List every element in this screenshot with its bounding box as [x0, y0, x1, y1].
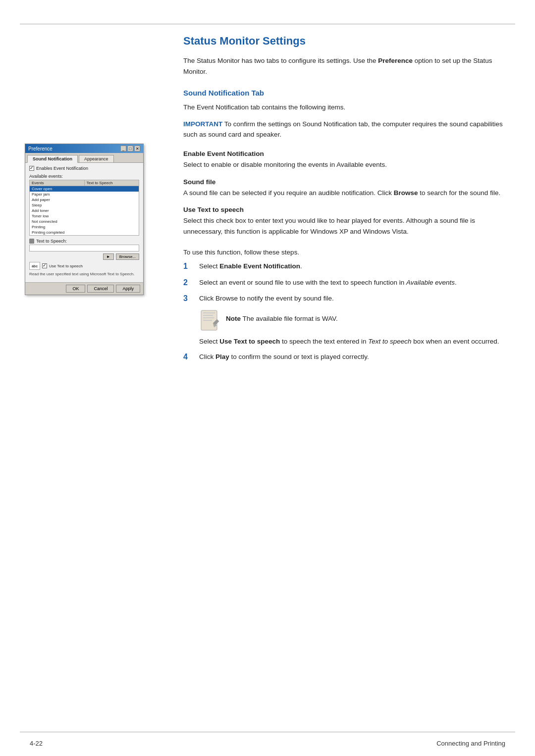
tab-appearance[interactable]: Appearance: [79, 155, 114, 162]
step-4-list: 4 Click Play to confirm the sound or tex…: [183, 352, 505, 362]
minimize-button[interactable]: _: [120, 146, 126, 151]
event-sleep[interactable]: Sleep: [30, 202, 139, 208]
close-button[interactable]: ✕: [134, 146, 140, 151]
browse-row: ► Browse...: [29, 253, 139, 260]
steps-list: 1 Select Enable Event Notification. 2 Se…: [183, 261, 505, 304]
sound-tab-desc: The Event Notification tab contains the …: [183, 102, 505, 113]
note-label: Note: [226, 315, 241, 322]
sound-file-text: A sound file can be selected if you requ…: [183, 188, 505, 199]
step-2-text: Select an event or sound file to use wit…: [199, 277, 457, 288]
event-add-paper[interactable]: Add paper: [30, 197, 139, 202]
important-block: IMPORTANT To confirm the settings on Sou…: [183, 119, 505, 140]
event-printing-completed[interactable]: Printing completed: [30, 230, 139, 235]
footer-page-number: 4-22: [30, 740, 43, 747]
ok-button[interactable]: OK: [66, 285, 85, 293]
dialog-titlebar: Preference _ □ ✕: [25, 144, 143, 153]
note-text: Note The available file format is WAV.: [226, 309, 338, 324]
enable-event-label: Enables Event Notification: [36, 166, 88, 171]
apply-button[interactable]: Apply: [116, 285, 140, 293]
left-panel: Preference _ □ ✕ Sound Notification Appe…: [0, 35, 159, 368]
important-label: IMPORTANT: [183, 120, 222, 128]
tts-check-label: Use Text to speech: [49, 264, 83, 268]
select-use-tts-text: Select Use Text to speech to speech the …: [199, 336, 505, 347]
note-icon: [199, 309, 221, 331]
event-printing[interactable]: Printing: [30, 224, 139, 230]
tts-label: Text to Speech:: [36, 239, 67, 244]
abc-label: abc: [32, 264, 38, 268]
step-4: 4 Click Play to confirm the sound or tex…: [183, 352, 505, 362]
tts-label-row: Text to Speech:: [29, 239, 139, 244]
step-1-text: Select Enable Event Notification.: [199, 261, 302, 272]
bottom-rule: [20, 732, 515, 732]
svg-rect-4: [203, 320, 212, 321]
svg-rect-3: [203, 317, 214, 318]
select-use-tts-italic: Text to speech: [368, 338, 411, 345]
sound-file-pre: A sound file can be selected if you requ…: [183, 189, 394, 197]
step-3-num: 3: [183, 293, 197, 304]
events-table-header: Events Text to Speech: [30, 180, 139, 186]
page-title: Status Monitor Settings: [183, 35, 505, 48]
enable-event-row: Enables Event Notification: [29, 166, 139, 171]
event-toner-low[interactable]: Toner low: [30, 213, 139, 219]
intro-paragraph: The Status Monitor has two tabs to confi…: [183, 55, 505, 77]
top-rule: [20, 24, 515, 24]
play-button[interactable]: ►: [103, 253, 114, 260]
step-1-bold: Enable Event Notification: [219, 262, 300, 270]
tab-sound-notification[interactable]: Sound Notification: [27, 155, 78, 163]
col-events: Events: [30, 180, 85, 186]
event-cover-open[interactable]: Cover open: [30, 186, 139, 192]
step-1-num: 1: [183, 261, 197, 272]
event-paper-jam[interactable]: Paper jam: [30, 192, 139, 197]
steps-intro: To use this function, follow these steps…: [183, 249, 505, 256]
step-4-text: Click Play to confirm the sound or text …: [199, 352, 369, 362]
event-not-connected[interactable]: Not connected: [30, 219, 139, 224]
dialog-footer: OK Cancel Apply: [25, 282, 143, 295]
svg-rect-2: [203, 315, 213, 316]
svg-rect-1: [203, 312, 215, 313]
tts-text-input[interactable]: [29, 245, 139, 252]
step-2-italic: Available events: [406, 279, 455, 286]
note-block: Note The available file format is WAV.: [199, 309, 505, 331]
right-panel: Status Monitor Settings The Status Monit…: [159, 35, 535, 368]
step-3: 3 Click Browse to notify the event by so…: [183, 293, 505, 304]
step-4-num: 4: [183, 352, 197, 362]
sound-file-bold: Browse: [394, 189, 418, 197]
intro-bold: Preference: [378, 57, 413, 64]
important-text: To confirm the settings on Sound Notific…: [183, 120, 503, 139]
enable-event-text: Select to enable or disable monitoring t…: [183, 159, 505, 170]
available-events-label: Available events:: [29, 174, 139, 179]
tts-icon: [29, 239, 34, 244]
sound-file-heading: Sound file: [183, 178, 505, 186]
event-add-toner[interactable]: Add toner: [30, 208, 139, 213]
tts-check-row: abc Use Text to speech: [29, 262, 139, 270]
use-tts-text: Select this check box to enter text you …: [183, 215, 505, 237]
preference-dialog: Preference _ □ ✕ Sound Notification Appe…: [25, 144, 144, 295]
events-table: Events Text to Speech Cover open Paper j…: [29, 180, 139, 236]
tts-checkbox[interactable]: [42, 263, 47, 268]
step-1: 1 Select Enable Event Notification.: [183, 261, 505, 272]
step-2: 2 Select an event or sound file to use w…: [183, 277, 505, 288]
footer-chapter-title: Connecting and Printing: [436, 740, 505, 747]
read-text: Read the user specified text using Micro…: [29, 272, 139, 276]
cancel-button[interactable]: Cancel: [87, 285, 114, 293]
enable-event-heading: Enable Event Notification: [183, 150, 505, 157]
dialog-tabs: Sound Notification Appearance: [25, 153, 143, 163]
enable-event-checkbox[interactable]: [29, 166, 34, 171]
step-3-text: Click Browse to notify the event by soun…: [199, 293, 334, 304]
intro-text-pre: The Status Monitor has two tabs to confi…: [183, 57, 378, 64]
dialog-titlebar-buttons: _ □ ✕: [120, 146, 140, 151]
dialog-title: Preference: [28, 146, 53, 151]
select-use-tts-bold: Use Text to speech: [219, 338, 280, 345]
note-content: The available file format is WAV.: [241, 315, 338, 322]
step-2-num: 2: [183, 277, 197, 288]
use-tts-heading: Use Text to speech: [183, 206, 505, 213]
dialog-body: Enables Event Notification Available eve…: [25, 163, 143, 282]
browse-button[interactable]: Browse...: [116, 253, 139, 260]
step-4-bold: Play: [215, 353, 229, 360]
page-footer: 4-22 Connecting and Printing: [30, 740, 505, 747]
col-tts: Text to Speech: [85, 180, 139, 186]
sound-notification-heading: Sound Notification Tab: [183, 89, 505, 97]
maximize-button[interactable]: □: [127, 146, 133, 151]
abc-icon: abc: [29, 262, 40, 270]
sound-file-post: to search for the sound file.: [418, 189, 501, 197]
